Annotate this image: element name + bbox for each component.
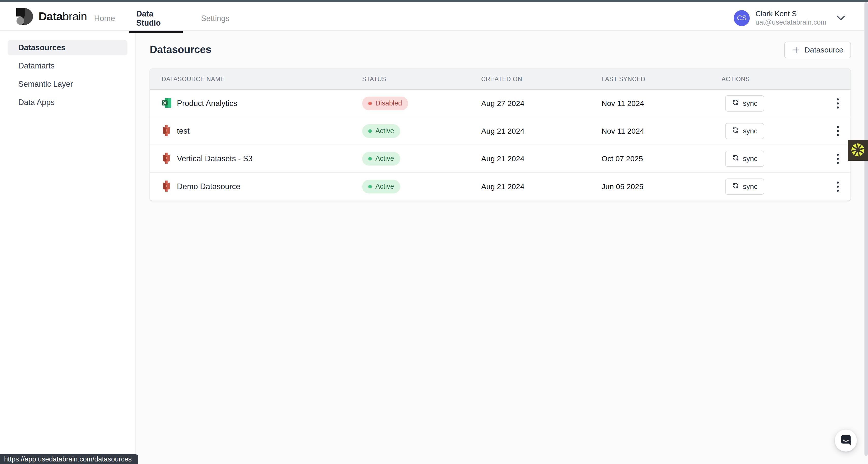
scrollbar-thumb[interactable] — [864, 2, 868, 456]
top-nav-bar: Databrain Home Data Studio Settings CS C… — [0, 2, 868, 31]
table-row[interactable]: Vertical Datasets - S3 Active Aug 21 202… — [150, 145, 850, 173]
page-title: Datasources — [150, 44, 211, 56]
chat-bubble-icon — [840, 434, 852, 448]
row-menu-kebab-icon[interactable] — [833, 179, 842, 194]
table-row[interactable]: test Active Aug 21 2024 Nov 11 2024 — [150, 118, 850, 145]
status-badge: Disabled — [362, 97, 408, 110]
sidebar-item-semantic-layer[interactable]: Semantic Layer — [8, 76, 127, 92]
databrain-logo[interactable]: Databrain — [16, 8, 87, 25]
redshift-icon — [162, 153, 171, 165]
main-content: Datasources Datasource DATASOURCE NAME S… — [136, 31, 868, 464]
status-dot — [368, 157, 372, 161]
extension-widget[interactable] — [848, 140, 868, 161]
databrain-logo-icon — [16, 8, 33, 25]
add-datasource-label: Datasource — [805, 46, 843, 54]
datasource-name: Product Analytics — [177, 99, 237, 108]
refresh-icon — [732, 99, 739, 108]
last-synced-value: Nov 11 2024 — [601, 127, 644, 135]
refresh-icon — [732, 154, 739, 163]
column-header-name: DATASOURCE NAME — [162, 75, 225, 82]
status-dot — [368, 185, 372, 188]
tab-settings[interactable]: Settings — [197, 4, 233, 33]
sync-button[interactable]: sync — [725, 95, 764, 111]
sync-button[interactable]: sync — [725, 151, 764, 167]
column-header-created-on: CREATED ON — [481, 75, 522, 82]
status-badge: Active — [362, 124, 400, 138]
created-on-value: Aug 21 2024 — [481, 127, 524, 135]
sidebar-item-datamarts[interactable]: Datamarts — [8, 58, 127, 73]
sync-button[interactable]: sync — [725, 123, 764, 139]
created-on-value: Aug 21 2024 — [481, 182, 524, 191]
tab-home[interactable]: Home — [94, 4, 115, 33]
refresh-icon — [732, 126, 739, 136]
chevron-down-icon — [837, 15, 845, 21]
databrain-logo-text: Databrain — [38, 10, 87, 23]
sidebar-item-datasources[interactable]: Datasources — [8, 40, 127, 55]
created-on-value: Aug 27 2024 — [481, 99, 524, 108]
user-menu[interactable]: CS Clark Kent S uat@usedatabrain.com — [734, 10, 845, 26]
column-header-last-synced: LAST SYNCED — [601, 75, 645, 82]
add-datasource-button[interactable]: Datasource — [784, 41, 851, 58]
app-root: Databrain Home Data Studio Settings CS C… — [0, 0, 868, 464]
sync-button[interactable]: sync — [725, 178, 764, 195]
table-header: DATASOURCE NAME STATUS CREATED ON LAST S… — [150, 69, 850, 90]
status-dot — [368, 102, 372, 105]
plus-icon — [792, 46, 801, 54]
status-badge: Active — [362, 180, 400, 194]
table-row[interactable]: Product Analytics Disabled Aug 27 2024 N… — [150, 90, 850, 118]
datasource-name: test — [177, 127, 190, 136]
asterisk-icon — [850, 142, 866, 159]
scrollbar-track[interactable] — [864, 2, 868, 464]
column-header-status: STATUS — [362, 75, 386, 82]
chat-launcher-button[interactable] — [835, 430, 857, 452]
datasources-table: DATASOURCE NAME STATUS CREATED ON LAST S… — [150, 68, 851, 201]
sidebar-item-data-apps[interactable]: Data Apps — [8, 95, 127, 110]
refresh-icon — [732, 182, 739, 191]
active-tab-underline — [129, 31, 183, 33]
status-dot — [368, 129, 372, 133]
link-preview-statusbar: https://app.usedatabrain.com/datasources — [0, 454, 138, 464]
user-email: uat@usedatabrain.com — [755, 19, 826, 26]
tab-data-studio[interactable]: Data Studio — [136, 4, 174, 33]
redshift-icon — [162, 180, 171, 193]
avatar: CS — [734, 10, 750, 26]
top-accent-bar — [0, 0, 868, 2]
user-name: Clark Kent S — [755, 10, 826, 18]
last-synced-value: Nov 11 2024 — [601, 99, 644, 108]
sidebar: Datasources Datamarts Semantic Layer Dat… — [0, 31, 135, 464]
column-header-actions: ACTIONS — [721, 75, 750, 82]
table-row[interactable]: Demo Datasource Active Aug 21 2024 Jun 0… — [150, 173, 850, 200]
excel-icon — [162, 98, 172, 109]
last-synced-value: Jun 05 2025 — [601, 182, 643, 191]
datasource-name: Demo Datasource — [177, 182, 240, 191]
redshift-icon — [162, 125, 171, 137]
last-synced-value: Oct 07 2025 — [601, 155, 643, 163]
row-menu-kebab-icon[interactable] — [833, 124, 842, 139]
datasource-name: Vertical Datasets - S3 — [177, 154, 252, 163]
created-on-value: Aug 21 2024 — [481, 155, 524, 163]
row-menu-kebab-icon[interactable] — [833, 96, 842, 111]
link-preview-url: https://app.usedatabrain.com/datasources — [4, 455, 132, 463]
status-badge: Active — [362, 152, 400, 166]
row-menu-kebab-icon[interactable] — [833, 151, 842, 166]
